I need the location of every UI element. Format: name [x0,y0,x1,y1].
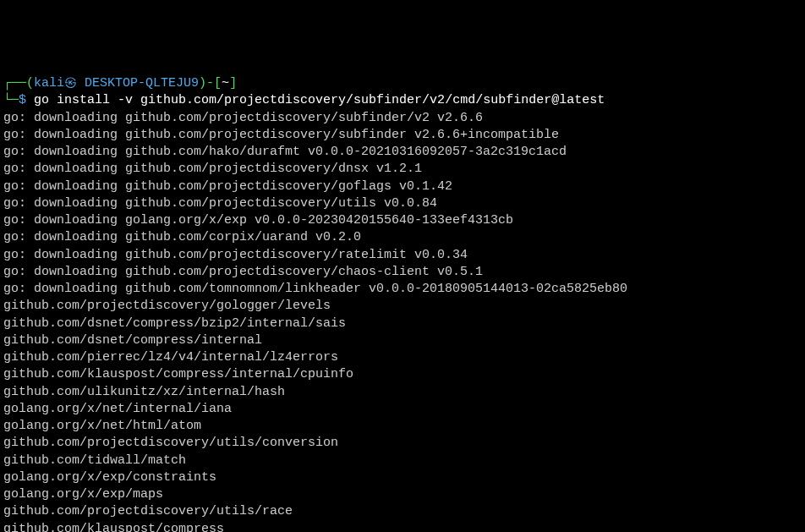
user-host: kali㉿ DESKTOP-QLTEJU9 [34,76,199,90]
output-line: go: downloading github.com/hako/durafmt … [3,144,802,161]
prompt-symbol: $ [19,93,26,107]
bracket-close: ] [229,76,237,90]
box-drawing-top: ┌── [3,76,26,90]
command-input[interactable]: go install -v github.com/projectdiscover… [34,93,605,107]
terminal-window[interactable]: ┌──(kali㉿ DESKTOP-QLTEJU9)-[~]└─$ go ins… [3,75,802,532]
output-line: github.com/dsnet/compress/internal [3,332,802,349]
output-line: github.com/klauspost/compress [3,521,802,533]
output-line: go: downloading github.com/projectdiscov… [3,127,802,144]
prompt-line-2: └─$ go install -v github.com/projectdisc… [3,92,802,109]
cwd-path: ~ [222,76,229,90]
output-line: github.com/projectdiscovery/utils/conver… [3,435,802,452]
output-line: github.com/projectdiscovery/gologger/lev… [3,298,802,315]
output-line: go: downloading golang.org/x/exp v0.0.0-… [3,212,802,229]
output-line: go: downloading github.com/projectdiscov… [3,195,802,212]
output-line: go: downloading github.com/projectdiscov… [3,247,802,264]
paren-open: ( [26,76,34,90]
bracket-open: [ [214,76,222,90]
output-line: go: downloading github.com/corpix/uarand… [3,229,802,246]
output-line: go: downloading github.com/projectdiscov… [3,264,802,281]
output-line: go: downloading github.com/projectdiscov… [3,178,802,195]
output-line: github.com/projectdiscovery/utils/race [3,503,802,520]
output-line: github.com/ulikunitz/xz/internal/hash [3,384,802,401]
output-line: go: downloading github.com/projectdiscov… [3,110,802,127]
terminal-output: go: downloading github.com/projectdiscov… [3,110,802,533]
prompt-line-1: ┌──(kali㉿ DESKTOP-QLTEJU9)-[~] [3,75,802,92]
box-drawing-bottom: └─ [3,93,19,107]
output-line: golang.org/x/net/internal/iana [3,401,802,418]
output-line: golang.org/x/net/html/atom [3,418,802,435]
paren-close: ) [199,76,206,90]
output-line: github.com/pierrec/lz4/v4/internal/lz4er… [3,349,802,366]
output-line: github.com/klauspost/compress/internal/c… [3,366,802,383]
output-line: github.com/tidwall/match [3,452,802,469]
output-line: github.com/dsnet/compress/bzip2/internal… [3,315,802,332]
output-line: go: downloading github.com/tomnomnom/lin… [3,281,802,298]
output-line: go: downloading github.com/projectdiscov… [3,161,802,178]
dash: - [206,76,214,90]
output-line: golang.org/x/exp/maps [3,486,802,503]
output-line: golang.org/x/exp/constraints [3,469,802,486]
